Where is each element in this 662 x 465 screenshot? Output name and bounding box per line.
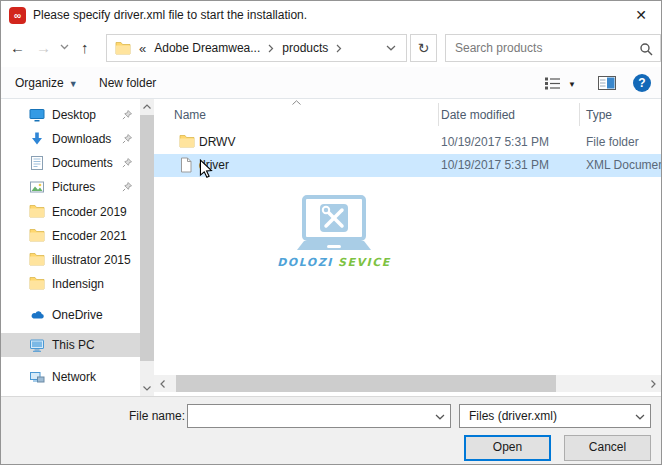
- column-header-date-modified[interactable]: Date modified: [441, 108, 515, 122]
- new-folder-button[interactable]: New folder: [99, 76, 156, 90]
- folder-icon: [29, 252, 45, 268]
- refresh-button[interactable]: ↻: [410, 34, 437, 62]
- scroll-left-icon[interactable]: [154, 375, 170, 392]
- breadcrumb-separator-icon[interactable]: [336, 44, 342, 53]
- back-icon[interactable]: ←: [10, 39, 25, 56]
- pictures-icon: [29, 179, 45, 195]
- address-bar[interactable]: « Adobe Dreamwea... products: [106, 34, 407, 62]
- sidebar-item-desktop[interactable]: Desktop: [1, 103, 140, 127]
- folder-icon: [115, 41, 131, 55]
- breadcrumb-segment[interactable]: products: [282, 41, 328, 55]
- folder-icon: [29, 228, 45, 244]
- sidebar-item-indensign[interactable]: Indensign: [1, 272, 140, 296]
- file-type: File folder: [586, 135, 639, 149]
- scroll-right-icon[interactable]: [645, 375, 661, 392]
- mouse-cursor: [199, 159, 213, 179]
- dialog-footer: File name: Files (driver.xml) Open Cance…: [1, 396, 661, 464]
- details-view-icon[interactable]: [544, 77, 561, 90]
- organize-button[interactable]: Organize▼: [15, 76, 78, 90]
- file-name: DRWV: [199, 135, 235, 149]
- file-row-drwv[interactable]: DRWV 10/19/2017 5:31 PM File folder: [154, 131, 661, 154]
- cancel-button[interactable]: Cancel: [564, 435, 651, 461]
- watermark-logo: DOLOZI SEVICE: [234, 195, 434, 269]
- sidebar-item-downloads[interactable]: Downloads: [1, 127, 140, 151]
- file-type: XML Document: [586, 158, 661, 172]
- desktop-icon: [29, 107, 45, 123]
- sidebar-item-label: Encoder 2019: [52, 205, 127, 219]
- sidebar-item-label: OneDrive: [52, 308, 103, 322]
- folder-icon: [29, 276, 45, 292]
- search-input[interactable]: [446, 35, 632, 61]
- pin-icon: [121, 133, 133, 145]
- documents-icon: [29, 155, 45, 171]
- search-icon[interactable]: [639, 42, 653, 56]
- sidebar-item-illustrator-2015[interactable]: illustrator 2015: [1, 248, 140, 272]
- organize-caret-icon: ▼: [69, 79, 78, 89]
- open-button[interactable]: Open: [464, 435, 551, 461]
- adobe-creative-cloud-icon: ∞: [9, 7, 26, 24]
- this-pc-icon: [29, 337, 45, 353]
- horizontal-scrollbar-thumb[interactable]: [176, 375, 556, 392]
- navigation-bar: ← → ↑ « Adobe Dreamwea... products ↻: [1, 29, 661, 67]
- breadcrumb-separator-icon[interactable]: [268, 44, 274, 53]
- column-header-type[interactable]: Type: [586, 108, 612, 122]
- folder-icon: [179, 134, 195, 148]
- navigation-pane: Desktop Downloads Documents Pictures Enc: [1, 99, 140, 396]
- sidebar-item-onedrive[interactable]: OneDrive: [1, 303, 140, 327]
- sidebar-item-label: Indensign: [52, 277, 104, 291]
- watermark-text: DOLOZI SEVICE: [234, 256, 434, 269]
- forward-icon: →: [36, 39, 51, 56]
- sidebar-scrollbar[interactable]: [140, 99, 154, 396]
- up-icon[interactable]: ↑: [81, 39, 89, 56]
- breadcrumb-segment[interactable]: Adobe Dreamwea...: [154, 41, 260, 55]
- pin-icon: [121, 157, 133, 169]
- file-name-input[interactable]: [188, 405, 428, 427]
- sidebar-item-label: illustrator 2015: [52, 253, 131, 267]
- breadcrumb-overflow[interactable]: «: [139, 41, 146, 56]
- column-header-name[interactable]: Name: [174, 108, 206, 122]
- close-icon[interactable]: ✕: [629, 7, 653, 23]
- sidebar-item-pictures[interactable]: Pictures: [1, 175, 140, 199]
- xml-file-icon: [179, 157, 193, 173]
- watermark-word-1: DOLOZI: [277, 256, 333, 269]
- file-type-dropdown-chevron-icon: [635, 414, 645, 420]
- file-open-dialog: ∞ Please specify driver.xml file to star…: [0, 0, 662, 465]
- organize-label: Organize: [15, 76, 64, 90]
- help-button[interactable]: ?: [633, 74, 651, 92]
- dialog-title: Please specify driver.xml file to start …: [33, 8, 307, 22]
- dialog-body: Desktop Downloads Documents Pictures Enc: [1, 99, 661, 396]
- sidebar-item-this-pc[interactable]: This PC: [1, 333, 140, 357]
- pin-icon: [121, 109, 133, 121]
- scroll-down-icon[interactable]: [140, 381, 154, 396]
- refresh-icon: ↻: [418, 40, 430, 56]
- views-dropdown-caret-icon[interactable]: ▼: [568, 80, 576, 89]
- file-row-driver[interactable]: driver 10/19/2017 5:31 PM XML Document: [154, 154, 661, 177]
- file-name-label: File name:: [129, 409, 185, 423]
- horizontal-scrollbar[interactable]: [154, 375, 661, 392]
- command-bar: Organize▼ New folder ▼ ?: [1, 67, 661, 99]
- file-date-modified: 10/19/2017 5:31 PM: [441, 158, 549, 172]
- network-icon: [29, 369, 45, 385]
- help-icon: ?: [638, 76, 645, 90]
- column-divider[interactable]: [579, 103, 580, 126]
- address-dropdown-chevron-icon[interactable]: [386, 45, 396, 51]
- column-headers: Name Date modified Type: [154, 99, 661, 129]
- file-name-dropdown-chevron-icon[interactable]: [435, 414, 445, 420]
- sidebar-item-documents[interactable]: Documents: [1, 151, 140, 175]
- sidebar-item-encoder-2019[interactable]: Encoder 2019: [1, 200, 140, 224]
- recent-locations-chevron-icon[interactable]: [60, 44, 69, 50]
- preview-pane-icon[interactable]: [598, 76, 616, 90]
- folder-icon: [29, 204, 45, 220]
- search-box: [445, 34, 661, 62]
- file-type-value: Files (driver.xml): [469, 409, 557, 423]
- pin-icon: [121, 181, 133, 193]
- watermark-word-2: SEVICE: [338, 256, 391, 269]
- column-divider[interactable]: [438, 103, 439, 126]
- sidebar-item-label: Documents: [52, 156, 113, 170]
- file-type-select[interactable]: Files (driver.xml): [459, 404, 651, 428]
- sidebar-item-encoder-2021[interactable]: Encoder 2021: [1, 224, 140, 248]
- sidebar-scrollbar-thumb[interactable]: [140, 115, 154, 361]
- sidebar-item-network[interactable]: Network: [1, 365, 140, 389]
- scroll-up-icon[interactable]: [140, 99, 154, 114]
- repair-laptop-icon: [289, 195, 379, 255]
